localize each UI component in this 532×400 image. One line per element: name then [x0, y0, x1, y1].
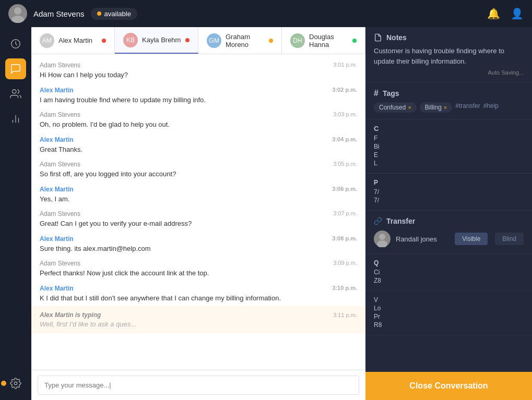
v-item-3: Pr [374, 313, 524, 320]
svg-point-1 [11, 16, 24, 23]
status-badge[interactable]: available [91, 8, 137, 20]
sidebar-item-people[interactable] [5, 83, 26, 104]
message-text: Perfect thanks! Now just click the accou… [40, 268, 357, 278]
message-text: Oh, no problem. I'd be glad to help you … [40, 119, 357, 130]
svg-point-7 [14, 382, 17, 385]
typing-row: Alex Martin is typing 3:11 p.m. Well, fi… [31, 306, 365, 333]
message-row: Adam Stevens 3:03 p.m. Oh, no problem. I… [31, 108, 365, 133]
message-time: 3:06 p.m. [332, 186, 357, 192]
message-row: Adam Stevens 3:07 p.m. Great! Can I get … [31, 207, 365, 232]
message-time: 3:08 p.m. [332, 235, 357, 241]
prev-conv-section: P 7/ 7/ [365, 174, 532, 211]
message-time: 3:10 p.m. [332, 285, 357, 291]
bell-icon[interactable]: 🔔 [487, 7, 500, 20]
agent-name: Randall jones [396, 235, 450, 243]
sidebar-item-clock[interactable] [5, 33, 26, 54]
gear-notification-dot [1, 381, 6, 386]
queue-section: Q Ci Z8 [365, 254, 532, 291]
message-sender: Adam Stevens 3:03 p.m. [40, 111, 357, 118]
tab-name-alex: Alex Martin [58, 37, 98, 44]
user-icon[interactable]: 👤 [511, 7, 524, 20]
v-item-1: V [374, 296, 524, 304]
sidebar-item-chat[interactable] [5, 58, 26, 79]
message-text: K I did that but I still don't see anywh… [40, 293, 357, 304]
message-text: Hi How can I help you today? [40, 70, 357, 80]
sidebar-item-gear[interactable] [5, 373, 26, 394]
main-layout: AM Alex Martin KB Kayla Brehm GM Graham … [0, 27, 532, 400]
tag-suggestion-transfer[interactable]: #transfer [455, 102, 480, 113]
tab-avatar-douglas: DH [290, 33, 305, 48]
v-item-4: R8 [374, 321, 524, 329]
messages-area[interactable]: Adam Stevens 3:01 p.m. Hi How can I help… [31, 54, 365, 370]
v-section: V Lo Pr R8 [365, 291, 532, 335]
message-time: 3:09 p.m. [333, 260, 357, 266]
tags-section: # Tags Confused × Billing × #transfer #h… [365, 82, 532, 119]
message-sender: Alex Martin 3:06 p.m. [40, 186, 357, 193]
tab-indicator-graham [269, 39, 273, 43]
message-row: Alex Martin 3:06 p.m. Yes, I am. [31, 183, 365, 208]
typing-sender: Alex Martin is typing [40, 311, 101, 319]
tags-label: Tags [383, 89, 399, 98]
message-row: Alex Martin 3:10 p.m. K I did that but I… [31, 282, 365, 307]
notes-section: Notes Customer is having trouble finding… [365, 27, 532, 82]
transfer-section: Transfer Randall jones Visible Blind [365, 211, 532, 254]
v-item-2: Lo [374, 305, 524, 312]
message-time: 3:03 p.m. [333, 111, 357, 117]
svg-point-3 [13, 90, 16, 93]
message-text: Great! Can I get you to verify your e-ma… [40, 219, 357, 229]
sidebar-item-chart[interactable] [5, 108, 26, 129]
tab-douglas-hanna[interactable]: DH Douglas Hanna [282, 27, 365, 54]
tab-bar: AM Alex Martin KB Kayla Brehm GM Graham … [31, 27, 365, 54]
queue-label: Q [374, 259, 524, 266]
tab-avatar-alex: AM [40, 33, 54, 48]
tag-billing[interactable]: Billing × [420, 102, 452, 113]
transfer-label: Transfer [386, 217, 415, 225]
conversation-pane: AM Alex Martin KB Kayla Brehm GM Graham … [31, 27, 365, 400]
message-time: 3:02 p.m. [332, 87, 357, 93]
tag-label-billing: Billing [425, 104, 442, 111]
customer-field-3: E [374, 151, 524, 159]
message-text: Sure thing. its alex.martin@help.com [40, 244, 357, 254]
message-sender: Alex Martin 3:08 p.m. [40, 235, 357, 243]
blind-button[interactable]: Blind [495, 233, 524, 245]
tab-alex-martin[interactable]: AM Alex Martin [31, 27, 115, 54]
message-row: Adam Stevens 3:01 p.m. Hi How can I help… [31, 58, 365, 83]
tab-name-kayla: Kayla Brehm [142, 36, 181, 44]
visible-button[interactable]: Visible [455, 233, 488, 245]
prev-item-2: 7/ [374, 197, 524, 204]
close-conversation-button[interactable]: Close Conversation [365, 372, 532, 400]
nav-username: Adam Stevens [33, 9, 85, 18]
customer-field-1: F [374, 135, 524, 142]
tag-label-confused: Confused [379, 104, 406, 111]
tab-avatar-kayla: KB [123, 33, 138, 47]
svg-point-9 [377, 240, 387, 247]
typing-preview: Well, first I'd like to ask a ques... [40, 320, 357, 328]
tab-kayla-brehm[interactable]: KB Kayla Brehm [115, 27, 198, 54]
message-text: I am having trouble find where to update… [40, 95, 357, 105]
tag-remove-confused[interactable]: × [408, 104, 411, 111]
transfer-header: Transfer [374, 217, 524, 225]
message-row: Alex Martin 3:04 p.m. Great Thanks. [31, 133, 365, 158]
tag-remove-billing[interactable]: × [444, 104, 447, 111]
tag-confused[interactable]: Confused × [374, 102, 417, 113]
message-row: Alex Martin 3:08 p.m. Sure thing. its al… [31, 232, 365, 257]
sidebar [0, 27, 31, 400]
avatar [8, 4, 27, 23]
message-text: Yes, I am. [40, 194, 357, 204]
tags-area: Confused × Billing × #transfer #help [374, 102, 524, 113]
svg-point-0 [14, 7, 21, 15]
transfer-agent: Randall jones Visible Blind [374, 231, 524, 247]
notes-text[interactable]: Customer is having trouble finding where… [374, 46, 524, 66]
customer-field-4: L [374, 160, 524, 167]
tab-graham-moreno[interactable]: GM Graham Moreno [198, 27, 282, 54]
message-text: Great Thanks. [40, 144, 357, 155]
close-conv-container: Close Conversation [365, 372, 532, 400]
tag-suggestion-help[interactable]: #help [483, 102, 499, 113]
customer-info-section: C F Bi E L [365, 119, 532, 174]
message-input[interactable] [38, 375, 359, 395]
message-time: 3:07 p.m. [333, 210, 357, 216]
auto-saving-text: Auto Saving... [374, 69, 524, 76]
tab-indicator-douglas [352, 39, 357, 43]
message-sender: Alex Martin 3:04 p.m. [40, 136, 357, 143]
status-dot [97, 11, 101, 16]
